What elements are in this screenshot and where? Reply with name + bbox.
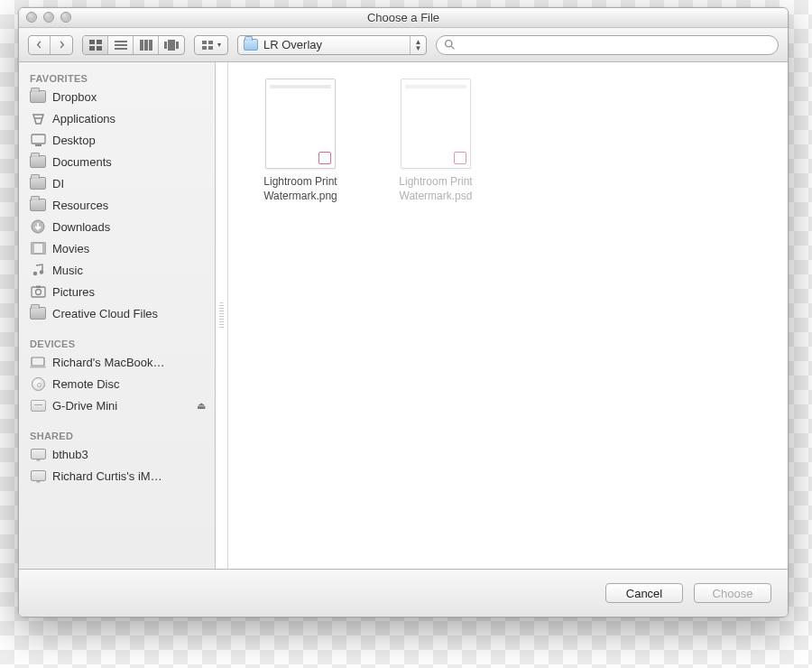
file-label: Lightroom PrintWatermark.psd xyxy=(382,174,490,203)
back-button[interactable] xyxy=(29,36,51,54)
folder-icon xyxy=(244,39,258,51)
svg-rect-20 xyxy=(32,135,45,144)
sidebar-item[interactable]: Downloads xyxy=(19,216,215,237)
sidebar-item[interactable]: Pictures xyxy=(19,281,215,302)
cancel-button[interactable]: Cancel xyxy=(605,583,683,603)
sidebar[interactable]: FAVORITESDropboxApplicationsDesktopDocum… xyxy=(19,62,216,569)
close-icon[interactable] xyxy=(26,12,37,23)
disc-icon xyxy=(30,376,46,392)
sidebar-item-label: Downloads xyxy=(52,220,110,234)
svg-rect-1 xyxy=(97,40,102,44)
sidebar-item[interactable]: Remote Disc xyxy=(19,373,215,394)
column-view-button[interactable] xyxy=(134,36,159,54)
search-field[interactable] xyxy=(436,35,779,55)
svg-rect-8 xyxy=(144,40,148,51)
sidebar-item[interactable]: Music xyxy=(19,259,215,281)
svg-line-18 xyxy=(451,46,454,49)
path-dropdown[interactable]: LR Overlay ▲▼ xyxy=(237,35,427,55)
svg-rect-3 xyxy=(97,46,102,51)
folder-icon xyxy=(30,153,46,170)
sidebar-item-label: Richard Curtis's iM… xyxy=(52,469,162,483)
svg-rect-5 xyxy=(115,44,127,46)
sidebar-item[interactable]: DI xyxy=(19,172,215,194)
choose-button[interactable]: Choose xyxy=(694,583,771,603)
sidebar-item-label: Dropbox xyxy=(52,90,97,104)
folder-icon xyxy=(30,305,46,321)
sidebar-item-label: Music xyxy=(52,264,83,277)
file-grid[interactable]: Lightroom PrintWatermark.pngLightroom Pr… xyxy=(228,62,788,569)
svg-rect-6 xyxy=(115,48,127,50)
svg-point-29 xyxy=(35,290,41,295)
coverflow-view-button[interactable] xyxy=(159,36,184,54)
sidebar-item[interactable]: Richard Curtis's iM… xyxy=(19,465,215,487)
laptop-icon xyxy=(30,354,46,370)
folder-icon xyxy=(30,88,46,105)
sidebar-item[interactable]: Creative Cloud Files xyxy=(19,302,215,324)
svg-rect-31 xyxy=(32,357,44,366)
folder-icon xyxy=(30,175,46,191)
footer: Cancel Choose xyxy=(19,570,788,617)
svg-rect-16 xyxy=(208,46,213,50)
minimize-icon[interactable] xyxy=(43,12,54,23)
sidebar-item-label: Documents xyxy=(52,155,112,169)
desktop-icon xyxy=(30,132,46,148)
body: FAVORITESDropboxApplicationsDesktopDocum… xyxy=(19,62,788,570)
arrange-segment: ▾ xyxy=(194,35,228,55)
window-title: Choose a File xyxy=(367,11,439,24)
sidebar-item[interactable]: Dropbox xyxy=(19,86,215,107)
zoom-icon[interactable] xyxy=(60,12,71,23)
search-input[interactable] xyxy=(459,39,770,51)
icon-view-button[interactable] xyxy=(83,36,108,54)
svg-rect-25 xyxy=(42,243,45,254)
sidebar-item[interactable]: G-Drive Mini⏏ xyxy=(19,394,215,416)
downloads-icon xyxy=(30,218,46,235)
sidebar-item-label: Desktop xyxy=(52,134,96,147)
svg-rect-7 xyxy=(140,40,143,51)
eject-icon[interactable]: ⏏ xyxy=(197,400,206,412)
forward-button[interactable] xyxy=(51,36,72,54)
svg-point-26 xyxy=(33,272,37,275)
nav-segment xyxy=(28,35,73,55)
sidebar-item[interactable]: Documents xyxy=(19,151,215,172)
sidebar-item[interactable]: Applications xyxy=(19,107,215,129)
sidebar-item-label: DI xyxy=(52,177,64,190)
sidebar-item[interactable]: Movies xyxy=(19,237,215,259)
file-item[interactable]: Lightroom PrintWatermark.png xyxy=(246,79,355,203)
svg-rect-24 xyxy=(32,243,34,254)
svg-rect-9 xyxy=(149,40,152,51)
view-segment xyxy=(82,35,185,55)
monitor-icon xyxy=(30,468,46,484)
monitor-icon xyxy=(30,446,46,462)
updown-icon: ▲▼ xyxy=(410,36,426,54)
svg-rect-2 xyxy=(89,46,95,51)
svg-rect-12 xyxy=(176,42,179,49)
sidebar-heading: DEVICES xyxy=(19,335,215,351)
list-view-button[interactable] xyxy=(108,36,134,54)
svg-rect-10 xyxy=(164,42,167,49)
sidebar-heading: SHARED xyxy=(19,427,215,443)
titlebar: Choose a File xyxy=(19,8,788,28)
sidebar-splitter[interactable] xyxy=(216,62,228,569)
sidebar-item[interactable]: Desktop xyxy=(19,129,215,151)
apps-icon xyxy=(30,110,46,126)
sidebar-item-label: Remote Disc xyxy=(52,377,119,391)
svg-rect-11 xyxy=(168,40,175,51)
sidebar-item[interactable]: bthub3 xyxy=(19,443,215,465)
pictures-icon xyxy=(30,283,46,300)
svg-point-17 xyxy=(446,41,452,47)
sidebar-item[interactable]: Richard's MacBook… xyxy=(19,351,215,373)
file-thumbnail xyxy=(265,79,336,169)
svg-point-27 xyxy=(40,270,43,274)
svg-rect-21 xyxy=(35,144,42,146)
toolbar: ▾ LR Overlay ▲▼ xyxy=(19,28,788,62)
svg-rect-15 xyxy=(202,46,207,50)
sidebar-item-label: G-Drive Mini xyxy=(52,399,117,413)
arrange-button[interactable]: ▾ xyxy=(195,36,227,54)
svg-rect-14 xyxy=(208,41,213,44)
file-thumbnail xyxy=(401,79,471,169)
sidebar-item-label: Applications xyxy=(52,112,115,125)
file-item: Lightroom PrintWatermark.psd xyxy=(382,79,490,203)
sidebar-item[interactable]: Resources xyxy=(19,194,215,216)
svg-rect-28 xyxy=(32,287,45,297)
window-controls xyxy=(26,12,71,23)
